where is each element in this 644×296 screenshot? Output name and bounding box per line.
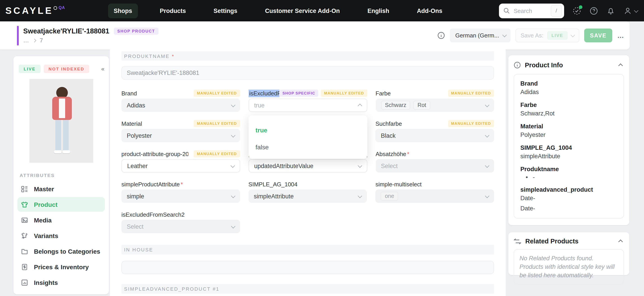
field-simple-ag-1004: SIMPLE_AG_1004 simpleAttribute [248, 181, 367, 203]
chevron-down-icon [634, 8, 638, 12]
help-button[interactable] [590, 6, 598, 15]
sidebar-item-variants[interactable]: Variants [18, 228, 105, 243]
nav-item-addons[interactable]: Add-Ons [411, 3, 448, 18]
collapse-panel-icon[interactable] [618, 240, 623, 244]
language-selector[interactable]: German (Germ... [450, 28, 511, 42]
color-chip-schwarz: Schwarz [381, 101, 410, 110]
sidebar-item-label: Variants [34, 232, 58, 239]
nav-item-customer-service[interactable]: Customer Service Add-On [259, 3, 346, 18]
in-house-input[interactable] [122, 261, 494, 274]
chevron-down-icon [485, 102, 489, 107]
info-value: - [533, 174, 535, 181]
select-value: true [254, 102, 265, 109]
chevron-down-icon [358, 194, 362, 198]
chevron-down-icon [502, 33, 507, 37]
sidebar-item-prices[interactable]: Prices & Inventory [18, 260, 105, 274]
global-search[interactable]: / [499, 3, 564, 18]
section-title: SIMPLEADVANCED_PRODUCT #1 [124, 286, 220, 292]
info-icon[interactable] [437, 32, 445, 39]
farbe-select[interactable]: Schwarz Rot [376, 98, 494, 112]
tasks-button[interactable] [572, 6, 581, 15]
help-icon [590, 6, 598, 15]
tshirt-icon [21, 201, 28, 208]
manually-edited-badge: MANUALLY EDITED [194, 120, 240, 127]
material-select[interactable]: Polyester [122, 129, 240, 142]
field-brand: Brand MANUALLY EDITED Adidas [122, 90, 240, 112]
section-header-in-house: IN HOUSE [122, 245, 494, 255]
produktname-input[interactable] [122, 66, 494, 80]
sidebar-item-categories[interactable]: Belongs to Categories [18, 244, 105, 259]
section-title: IN HOUSE [124, 247, 153, 252]
breadcrumb: … 7 [23, 37, 159, 44]
field-suchfarbe: Suchfarbe MANUALLY EDITED Black [376, 120, 494, 142]
field-label-highlighted: isExcludedFromSearch [248, 89, 280, 97]
page-header: Sweatjacke'RYLIE'-188081 SHOP PRODUCT … … [0, 21, 630, 49]
nav-item-shops[interactable]: Shops [108, 3, 138, 18]
related-products-card: No Related Products found. Products with… [514, 249, 624, 285]
isexcludedfromsearch2-select[interactable]: Select [122, 220, 240, 233]
variants-icon [21, 232, 28, 239]
sidebar-item-media[interactable]: Media [18, 213, 105, 227]
notifications-button[interactable] [606, 6, 615, 15]
product-attributes-form: PRODUKTNAME * Brand MANUALLY EDITED Adid… [110, 49, 506, 296]
nav-item-language[interactable]: English [362, 3, 395, 18]
field-isexcludedfromsearch2: isExcludedFromSearch2 Select [122, 211, 240, 233]
collapse-panel-icon[interactable] [618, 63, 623, 68]
sidebar-item-product[interactable]: Product [18, 197, 105, 212]
select-placeholder: Select [381, 163, 398, 169]
dropdown-option-true[interactable]: true [248, 124, 367, 136]
brand-select[interactable]: Adidas [122, 98, 240, 112]
absatzhoehe-select[interactable]: Select [376, 159, 494, 173]
form-row-4: simpleProductAttribute* simple SIMPLE_AG… [122, 181, 494, 203]
info-label: Produktname [520, 166, 617, 173]
attributes-menu: Master Product Media Variants Belongs to… [14, 181, 109, 290]
related-swap-icon [514, 238, 521, 245]
save-button[interactable]: SAVE [584, 28, 612, 42]
nav-item-products[interactable]: Products [154, 3, 192, 18]
field-label: Absatzhöhe* [376, 150, 409, 157]
info-value: Schwarz,Rot [520, 110, 617, 117]
simple-multiselect-select[interactable]: one [376, 189, 494, 203]
shop-product-badge: SHOP PRODUCT [114, 28, 159, 35]
info-entry-brand: Brand Adidas [520, 80, 617, 96]
product-sidebar: LIVE NOT INDEXED « ATTRIBUTES Master Pro… [14, 56, 109, 294]
field-label: Material [122, 120, 142, 127]
field-isexcludedfromsearch: isExcludedFromSearch SHOP SPECIFIC MANUA… [248, 90, 367, 112]
scayle-logo[interactable]: SCAYLE QA [5, 0, 65, 21]
info-value: simpleAttribute [520, 152, 617, 160]
select-value: Leather [127, 163, 148, 169]
more-options-button[interactable]: … [617, 32, 624, 39]
sidebar-item-master[interactable]: Master [18, 181, 105, 196]
info-entry-material: Material Polyester [520, 123, 617, 139]
updated-attribute-select[interactable]: updatedAttributeValue [248, 159, 367, 173]
simple-ag-select[interactable]: simpleAttribute [248, 189, 367, 203]
breadcrumb-ellipsis[interactable]: … [23, 37, 29, 44]
main-menu: Shops Products Settings Customer Service… [108, 3, 448, 18]
product-attribute-group-select[interactable]: Leather [122, 159, 240, 173]
nav-item-settings[interactable]: Settings [208, 3, 243, 18]
form-row-1: Brand MANUALLY EDITED Adidas isExcludedF… [122, 90, 494, 112]
user-menu-button[interactable] [624, 6, 638, 15]
save-as-selector[interactable]: Save As: LIVE [516, 28, 579, 42]
info-icon [514, 61, 521, 69]
manually-edited-badge: MANUALLY EDITED [321, 90, 367, 97]
sidebar-item-insights[interactable]: Insights [18, 275, 105, 290]
app-root: SCAYLE QA Shops Products Settings Custom… [0, 0, 644, 296]
info-label: Farbe [520, 102, 617, 108]
search-input[interactable] [513, 7, 551, 14]
field-simpleproductattribute: simpleProductAttribute* simple [122, 181, 240, 203]
suchfarbe-select[interactable]: Black [376, 129, 494, 142]
environment-label: QA [59, 5, 65, 10]
isexcludedfromsearch-select-open[interactable]: true [248, 98, 367, 112]
nav-right-cluster: / [499, 3, 638, 18]
simpleproductattribute-select[interactable]: simple [122, 189, 240, 203]
product-info-card: Brand Adidas Farbe Schwarz,Rot Material … [514, 74, 624, 218]
collapse-sidebar-icon[interactable]: « [101, 65, 104, 72]
panel-title: Product Info [525, 61, 563, 69]
dropdown-option-false[interactable]: false [248, 141, 367, 153]
sidebar-item-label: Insights [34, 279, 58, 286]
chevron-down-icon [231, 102, 235, 107]
info-entry-farbe: Farbe Schwarz,Rot [520, 102, 617, 117]
search-shortcut-key: / [551, 5, 562, 17]
info-label: SIMPLE_AG_1004 [520, 144, 617, 151]
